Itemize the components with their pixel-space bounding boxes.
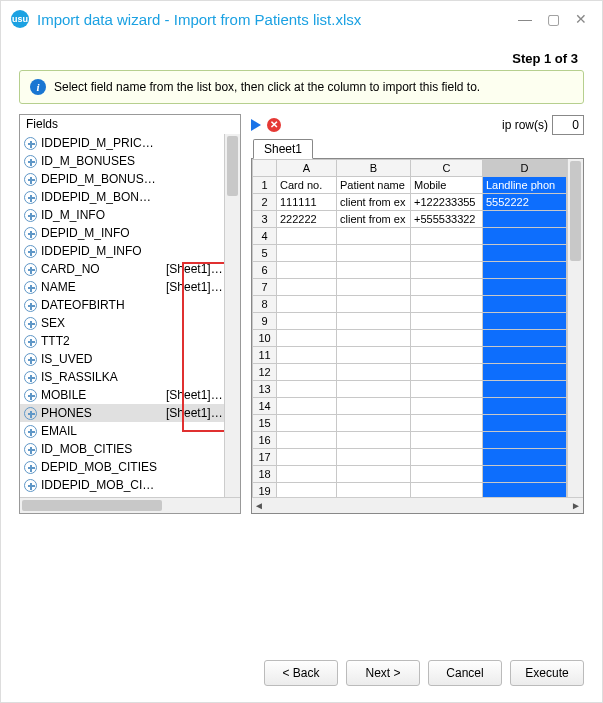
cell[interactable] xyxy=(483,483,567,498)
cell[interactable] xyxy=(277,347,337,364)
cell[interactable] xyxy=(277,296,337,313)
cell[interactable]: Patient name xyxy=(337,177,411,194)
field-row[interactable]: MOBILE[Sheet1]C... xyxy=(20,386,224,404)
play-icon[interactable] xyxy=(251,119,261,131)
cell[interactable] xyxy=(277,364,337,381)
row-header[interactable]: 18 xyxy=(253,466,277,483)
cell[interactable] xyxy=(483,466,567,483)
column-header[interactable]: C xyxy=(411,160,483,177)
field-row[interactable]: IS_RASSILKA xyxy=(20,368,224,386)
cell[interactable] xyxy=(483,262,567,279)
cell[interactable] xyxy=(483,211,567,228)
column-header[interactable]: D xyxy=(483,160,567,177)
cell[interactable] xyxy=(483,347,567,364)
cell[interactable] xyxy=(483,279,567,296)
cell[interactable] xyxy=(483,296,567,313)
cell[interactable] xyxy=(411,398,483,415)
row-header[interactable]: 12 xyxy=(253,364,277,381)
fields-horizontal-scrollbar[interactable] xyxy=(20,497,240,513)
field-row[interactable]: SEX xyxy=(20,314,224,332)
cell[interactable] xyxy=(337,262,411,279)
row-header[interactable]: 3 xyxy=(253,211,277,228)
cell[interactable]: Card no. xyxy=(277,177,337,194)
cell[interactable] xyxy=(277,449,337,466)
cell[interactable] xyxy=(277,262,337,279)
cell[interactable] xyxy=(337,449,411,466)
field-row[interactable]: IDDEPID_M_BONUSES xyxy=(20,188,224,206)
cell[interactable] xyxy=(277,228,337,245)
cell[interactable] xyxy=(337,330,411,347)
cell[interactable] xyxy=(277,381,337,398)
cell[interactable] xyxy=(411,313,483,330)
cell[interactable]: 111111 xyxy=(277,194,337,211)
row-header[interactable]: 6 xyxy=(253,262,277,279)
sheet-corner[interactable] xyxy=(253,160,277,177)
cell[interactable] xyxy=(277,466,337,483)
cell[interactable] xyxy=(337,398,411,415)
cell[interactable] xyxy=(411,262,483,279)
sheet-tab[interactable]: Sheet1 xyxy=(253,139,313,159)
field-row[interactable]: IDDEPID_M_INFO xyxy=(20,242,224,260)
row-header[interactable]: 9 xyxy=(253,313,277,330)
row-header[interactable]: 19 xyxy=(253,483,277,498)
column-header[interactable]: A xyxy=(277,160,337,177)
cell[interactable]: +122233355 xyxy=(411,194,483,211)
cell[interactable] xyxy=(483,398,567,415)
cell[interactable] xyxy=(277,313,337,330)
field-row[interactable]: IS_UVED xyxy=(20,350,224,368)
cell[interactable] xyxy=(411,415,483,432)
cell[interactable] xyxy=(411,364,483,381)
row-header[interactable]: 5 xyxy=(253,245,277,262)
cell[interactable]: 5552222 xyxy=(483,194,567,211)
cell[interactable] xyxy=(483,228,567,245)
row-header[interactable]: 2 xyxy=(253,194,277,211)
cell[interactable] xyxy=(411,228,483,245)
cell[interactable] xyxy=(483,313,567,330)
field-row[interactable]: ID_M_BONUSES xyxy=(20,152,224,170)
cell[interactable] xyxy=(337,296,411,313)
row-header[interactable]: 16 xyxy=(253,432,277,449)
field-row[interactable]: DEPID_MOB_CITIES xyxy=(20,458,224,476)
fields-vertical-scrollbar[interactable] xyxy=(224,134,240,497)
fields-list[interactable]: IDDEPID_M_PRICELISTID_M_BONUSESDEPID_M_B… xyxy=(20,134,224,497)
cell[interactable] xyxy=(337,228,411,245)
field-row[interactable]: IDDEPID_MOB_CITIES xyxy=(20,476,224,494)
row-header[interactable]: 7 xyxy=(253,279,277,296)
cell[interactable] xyxy=(277,483,337,498)
cell[interactable] xyxy=(411,347,483,364)
cell[interactable] xyxy=(483,381,567,398)
cell[interactable] xyxy=(483,245,567,262)
cell[interactable] xyxy=(483,449,567,466)
cell[interactable]: Mobile xyxy=(411,177,483,194)
cell[interactable] xyxy=(483,432,567,449)
execute-button[interactable]: Execute xyxy=(510,660,584,686)
cell[interactable] xyxy=(411,483,483,498)
row-header[interactable]: 4 xyxy=(253,228,277,245)
row-header[interactable]: 11 xyxy=(253,347,277,364)
cell[interactable] xyxy=(337,432,411,449)
cell[interactable] xyxy=(277,279,337,296)
field-row[interactable]: NAME[Sheet1]B... xyxy=(20,278,224,296)
row-header[interactable]: 10 xyxy=(253,330,277,347)
sheet-horizontal-scrollbar[interactable]: ◄ ► xyxy=(252,497,583,513)
cancel-button[interactable]: Cancel xyxy=(428,660,502,686)
cell[interactable] xyxy=(337,415,411,432)
cell[interactable] xyxy=(337,466,411,483)
sheet-grid[interactable]: ABCD1Card no.Patient nameMobileLandline … xyxy=(252,159,567,497)
field-row[interactable]: IDDEPID_M_PRICELIST xyxy=(20,134,224,152)
cell[interactable]: +555533322 xyxy=(411,211,483,228)
field-row[interactable]: DEPID_M_BONUSES xyxy=(20,170,224,188)
field-row[interactable]: EMAIL xyxy=(20,422,224,440)
cell[interactable] xyxy=(337,364,411,381)
cell[interactable] xyxy=(483,415,567,432)
cell[interactable] xyxy=(411,449,483,466)
cell[interactable] xyxy=(277,398,337,415)
scroll-left-icon[interactable]: ◄ xyxy=(254,500,264,511)
cell[interactable]: client from ex xyxy=(337,211,411,228)
close-icon[interactable]: ✕ xyxy=(574,12,588,26)
cell[interactable] xyxy=(337,347,411,364)
cell[interactable] xyxy=(411,279,483,296)
row-header[interactable]: 13 xyxy=(253,381,277,398)
cell[interactable]: client from ex xyxy=(337,194,411,211)
field-row[interactable]: ID_M_INFO xyxy=(20,206,224,224)
